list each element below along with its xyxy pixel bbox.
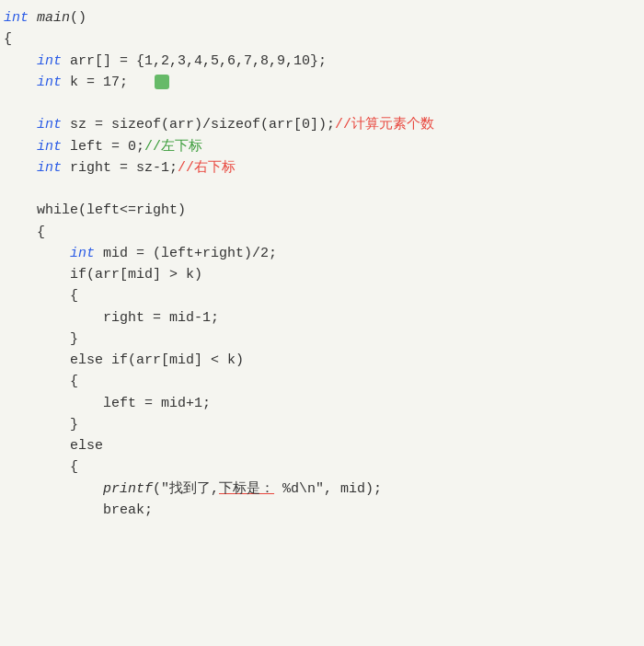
comment-sz: //计算元素个数 [335,117,434,133]
line-elif: else if(arr[mid] < k) [4,350,640,371]
line-sz: int sz = sizeof(arr)/sizeof(arr[0]);//计算… [4,114,640,135]
kw-int-arr: int [37,53,62,69]
comment-left: //左下标 [144,139,202,155]
line-brace-open4: { [4,371,640,392]
line-mid: int mid = (left+right)/2; [4,243,640,264]
cursor-indicator [155,75,169,89]
parens: () [70,10,86,26]
line-right-assign: right = mid-1; [4,307,640,329]
line-blank1 [4,93,640,114]
kw-int-k: int [37,75,62,90]
line-left: int left = 0;//左下标 [4,136,640,157]
line-printf: printf("找到了,下标是： %d\n", mid); [4,479,640,500]
line-else: else [4,435,640,456]
fn-printf: printf [103,481,153,497]
line-left-assign: left = mid+1; [4,393,640,414]
line-brace-close2: } [4,414,640,435]
line-brace-open2: { [4,222,640,243]
kw-int-left: int [37,139,62,155]
line-brace-open5: { [4,456,640,478]
line-brace-open1: { [4,29,640,50]
comment-right: //右下标 [178,160,236,176]
kw-int: int [4,10,29,26]
line-blank2 [4,179,640,200]
line-brace-open3: { [4,285,640,306]
line-k: int k = 17; [4,72,640,93]
kw-int-mid: int [70,246,95,261]
code-container: int main() { int arr[] = {1,2,3,4,5,6,7,… [0,0,644,646]
line-header: int main() [4,7,640,29]
line-right: int right = sz-1;//右下标 [4,157,640,179]
kw-int-right: int [37,160,62,176]
line-while: while(left<=right) [4,200,640,221]
kw-int-sz: int [37,117,62,133]
line-arr: int arr[] = {1,2,3,4,5,6,7,8,9,10}; [4,51,640,72]
line-if1: if(arr[mid] > k) [4,264,640,285]
fn-main: main [37,10,70,26]
printf-underline-text: 下标是： [219,481,274,497]
line-break: break; [4,500,640,521]
line-brace-close1: } [4,329,640,350]
